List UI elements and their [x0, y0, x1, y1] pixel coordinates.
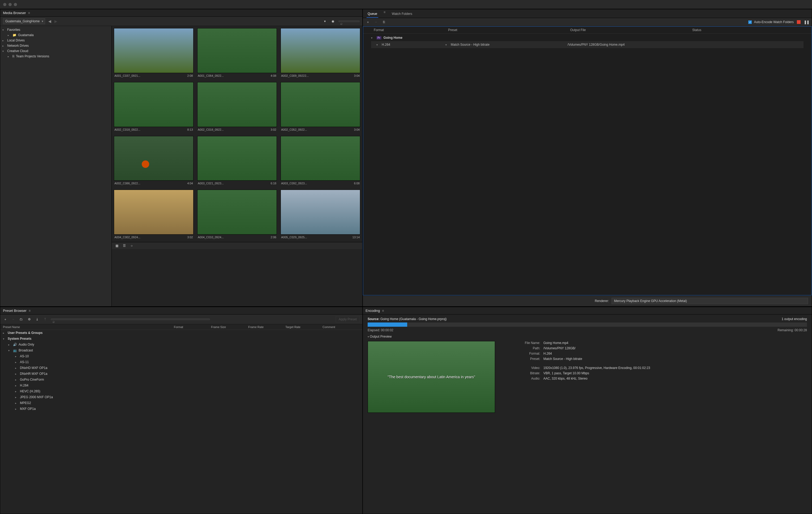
source-name: Going Home (Guatamala - Going Home.prpro… — [380, 317, 446, 321]
clip-duration: 13:14 — [352, 236, 360, 239]
clip-item[interactable]: A001_C037_0921...2:08 — [114, 28, 194, 78]
traffic-light-max[interactable] — [14, 3, 17, 6]
clip-name: A002_C018_0922... — [198, 128, 224, 131]
preset-search-input[interactable] — [51, 319, 210, 320]
clip-item[interactable]: A004_C010_0924...2:06 — [197, 190, 277, 240]
auto-encode-checkbox[interactable]: ✓ Auto-Encode Watch Folders — [748, 20, 794, 24]
clip-thumbnail — [114, 28, 194, 73]
clip-item[interactable]: A003_C021_0923...6:18 — [197, 136, 277, 186]
clip-duration: 3:02 — [271, 128, 276, 131]
clip-item[interactable]: A002_C052_0922...3:04 — [281, 82, 360, 132]
clip-duration: 2:08 — [187, 74, 193, 77]
clip-duration: 3:02 — [187, 236, 193, 239]
clip-duration: 6:08 — [354, 182, 360, 185]
tree-creative-cloud[interactable]: ▾Creative Cloud — [0, 48, 112, 54]
stop-button[interactable] — [797, 20, 801, 24]
nav-back-icon[interactable]: ◀ — [48, 19, 51, 23]
tab-queue[interactable]: Queue — [367, 10, 378, 18]
preset-item[interactable]: ▸HEVC (H.265) — [0, 388, 362, 394]
preset-export-icon: ⤒ — [43, 317, 48, 322]
clip-thumbnail — [281, 190, 360, 235]
clip-item[interactable]: A002_C086_0922...4:04 — [114, 136, 194, 186]
clip-duration: 4:04 — [187, 182, 193, 185]
elapsed-value: 00:00:02 — [381, 328, 394, 332]
checkbox-icon: ✓ — [748, 21, 752, 24]
clip-item[interactable]: A002_C018_0922...8:13 — [114, 82, 194, 132]
remaining-value: 00:00:28 — [794, 328, 807, 332]
clip-item[interactable]: A005_C029_0925...13:14 — [281, 190, 360, 240]
preset-item[interactable]: ▸MXF OP1a — [0, 406, 362, 412]
media-tree: ▾Favorites ▸📁Guatamala ▸Local Drives ▸Ne… — [0, 26, 112, 306]
preset-menu-icon[interactable]: ≡ — [29, 309, 31, 313]
filter-icon[interactable]: ▾ — [322, 19, 327, 24]
preset-item[interactable]: ▸DNxHD MXF OP1a — [0, 365, 362, 371]
job-chevron-icon[interactable]: ▾ — [371, 36, 374, 39]
clip-name: A002_C018_0922... — [114, 128, 140, 131]
preset-item[interactable]: ▸AS-10 — [0, 353, 362, 359]
preset-group-icon[interactable]: 🗀 — [19, 317, 24, 322]
add-source-icon[interactable]: ＋ — [366, 20, 370, 24]
preset-import-icon[interactable]: ⤓ — [35, 317, 39, 322]
preset-broadcast[interactable]: ▾📺Broadcast — [0, 348, 362, 353]
traffic-light-min[interactable] — [8, 3, 12, 6]
tree-guatemala[interactable]: ▸📁Guatamala — [0, 32, 112, 38]
queue-menu-icon[interactable]: ≡ — [383, 10, 385, 18]
path-dropdown[interactable]: Guatemala_GoingHome — [3, 18, 45, 24]
clip-item[interactable]: A003_C092_0923...6:08 — [281, 136, 360, 186]
ingest-icon[interactable]: ◉ — [330, 19, 335, 24]
media-browser-title: Media Browser — [3, 11, 26, 15]
tree-team-projects[interactable]: ▸⎘Team Projects Versions — [0, 54, 112, 59]
preset-item[interactable]: ▸JPEG 2000 MXF OP1a — [0, 394, 362, 400]
clip-name: A002_C052_0922... — [281, 128, 307, 131]
traffic-light-close[interactable] — [3, 3, 6, 6]
clip-item[interactable]: A002_C009_09222...3:04 — [281, 28, 360, 78]
clip-item[interactable]: A002_C018_0922...3:02 — [197, 82, 277, 132]
encoding-menu-icon[interactable]: ≡ — [382, 309, 384, 313]
clip-name: A003_C021_0923... — [198, 182, 224, 185]
clip-item[interactable]: A001_C064_0922...4:08 — [197, 28, 277, 78]
clip-name: A002_C086_0922... — [114, 182, 140, 185]
media-browser-panel: Media Browser ≡ Guatemala_GoingHome ◀ ▶ … — [0, 9, 362, 306]
preset-item[interactable]: ▸H.264 — [0, 382, 362, 388]
source-label: Source: — [368, 317, 380, 321]
zoom-slider-icon[interactable]: ○ — [129, 243, 134, 248]
media-search-input[interactable] — [339, 21, 360, 22]
preset-system-group[interactable]: ▾System Presets — [0, 336, 362, 342]
renderer-dropdown[interactable]: Mercury Playback Engine GPU Acceleration… — [612, 298, 808, 304]
view-thumb-icon[interactable]: ▦ — [114, 243, 119, 248]
clip-duration: 3:04 — [354, 74, 360, 77]
clip-duration: 4:08 — [271, 74, 276, 77]
output-count: 1 output encoding — [782, 317, 807, 321]
preset-settings-icon[interactable]: ⚙ — [27, 317, 32, 322]
preview-chevron-icon[interactable]: ▾ — [368, 335, 369, 338]
renderer-label: Renderer: — [595, 299, 609, 303]
queue-job[interactable]: ▾ Pr Going Home ▾H.264 ▾Match Source - H… — [363, 34, 811, 50]
clip-item[interactable]: A004_C002_0924...3:02 — [114, 190, 194, 240]
encoding-panel: Encoding ≡ Source: Going Home (Guatamala… — [362, 307, 812, 514]
pause-button[interactable]: ❚❚ — [804, 20, 809, 24]
clip-name: A004_C010_0924... — [198, 236, 224, 239]
preset-item[interactable]: ▸DNxHR MXF OP1a — [0, 371, 362, 377]
view-list-icon[interactable]: ☰ — [122, 243, 126, 248]
preset-browser-panel: Preset Browser ≡ ＋ − 🗀 ⚙ ⤓ ⤒ Apply Prese… — [0, 307, 362, 514]
remaining-label: Remaining: — [778, 328, 794, 332]
preset-audio-only[interactable]: ▸🔊Audio Only — [0, 342, 362, 348]
tree-favorites[interactable]: ▾Favorites — [0, 27, 112, 32]
tab-watch-folders[interactable]: Watch Folders — [391, 10, 413, 18]
preset-item[interactable]: ▸AS-11 — [0, 359, 362, 365]
folder-icon: 📁 — [12, 33, 17, 37]
tree-local-drives[interactable]: ▸Local Drives — [0, 38, 112, 43]
new-preset-icon[interactable]: ＋ — [3, 317, 8, 322]
clip-name: A002_C009_09222... — [281, 74, 309, 77]
queue-output-row[interactable]: ▾H.264 ▾Match Source - High bitrate /Vol… — [371, 41, 804, 48]
panel-menu-icon[interactable]: ≡ — [28, 11, 30, 15]
queue-header-row: Format Preset Output File Status — [363, 27, 811, 34]
duplicate-icon[interactable]: ⎘ — [381, 20, 386, 24]
clip-thumbnail — [197, 190, 277, 235]
preset-item[interactable]: ▸GoPro CineForm — [0, 377, 362, 382]
tree-network-drives[interactable]: ▸Network Drives — [0, 43, 112, 48]
preset-item[interactable]: ▸MPEG2 — [0, 400, 362, 406]
preset-user-group[interactable]: ▸User Presets & Groups — [0, 330, 362, 336]
preset-columns: Preset Name Format Frame Size Frame Rate… — [0, 324, 362, 330]
clip-duration: 6:18 — [271, 182, 276, 185]
